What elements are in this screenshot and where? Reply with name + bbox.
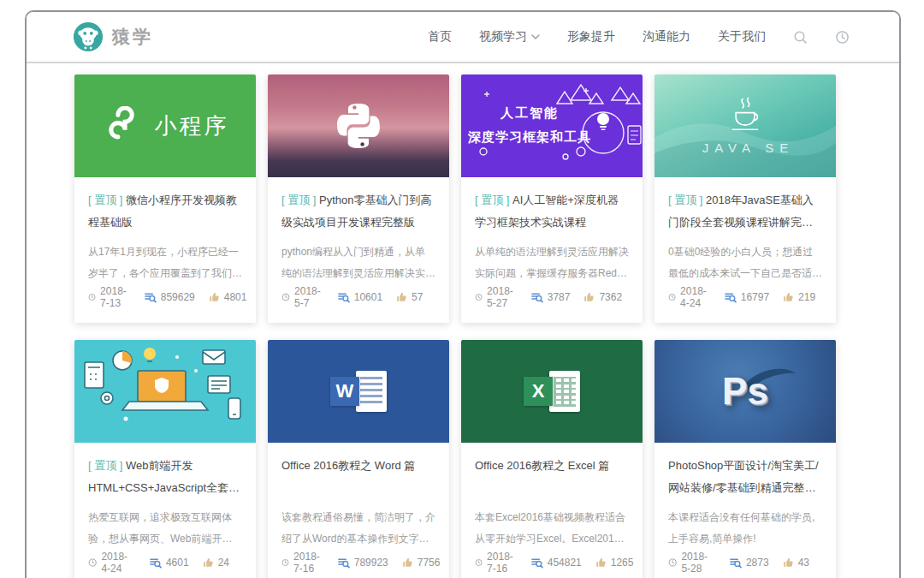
course-title[interactable]: Office 2016教程之 Excel 篇 [475,455,629,499]
views-icon [144,291,157,304]
pinned-tag: [ 置顶 ] [88,459,122,472]
course-title[interactable]: [ 置顶 ] AI人工智能+深度机器学习框架技术实战课程 [475,189,629,234]
search-icon[interactable] [793,30,808,45]
course-title[interactable]: [ 置顶 ] Web前端开发HTML+CSS+JavaScript全套视频精英课… [88,455,242,499]
ps-logo-icon: Ps [722,370,768,413]
clock-icon [88,557,97,569]
course-title[interactable]: [ 置顶 ] 微信小程序开发视频教程基础版 [88,189,242,234]
views-stat: 454821 [530,557,582,569]
clock-icon [88,291,96,303]
pinned-tag: [ 置顶 ] [88,194,122,206]
banner-text: JAVA SE [702,140,795,155]
course-card-ai[interactable]: 人工智能 深度学习框架和工具 [ 置顶 ] AI人工智能+深度机器学习框架技术实… [461,74,643,323]
banner-text: 小程序 [155,111,229,141]
course-card-photoshop[interactable]: Ps PhotoShop平面设计/淘宝美工/网站装修/零基础到精通完整版课程 本… [654,340,836,578]
course-card-javase[interactable]: JAVA SE [ 置顶 ] 2018年JavaSE基础入门阶段全套视频课程讲解… [654,74,836,323]
views-stat: 3787 [530,291,571,304]
date-stat: 2018-5-28 [668,551,716,575]
course-stats: 2018-5-7 10601 57 [281,285,435,309]
course-title[interactable]: PhotoShop平面设计/淘宝美工/网站装修/零基础到精通完整版课程 [668,455,822,499]
nav-item-communication[interactable]: 沟通能力 [643,29,690,45]
course-description: 0基础0经验的小白人员；想通过最低的成本来试一下自己是否适合做Java编程相关 [668,241,822,284]
clock-icon [475,291,483,303]
likes-icon [583,291,595,303]
course-description: 热爱互联网，追求极致互联网体验，想从事网页、Web前端开发的学员，课程融合 [88,507,242,550]
course-card-word[interactable]: W Office 2016教程之 Word 篇 该套教程通俗易懂，简洁明了，介绍… [268,340,449,578]
python-icon [332,99,385,152]
course-description: 本课程适合没有任何基础的学员,上手容易,简单操作! [668,507,822,550]
likes-stat: 219 [782,291,815,303]
history-icon[interactable] [835,30,850,45]
views-stat: 4601 [149,557,189,569]
likes-icon [401,557,413,569]
views-icon [724,291,737,304]
likes-stat: 1265 [595,557,634,569]
course-description: python编程从入门到精通，从单纯的语法理解到灵活应用解决实际问题! 适合0基… [281,241,435,284]
views-stat: 10601 [337,291,382,304]
course-title[interactable]: [ 置顶 ] Python零基础入门到高级实战项目开发课程完整版 [281,189,435,234]
course-thumbnail[interactable]: 人工智能 深度学习框架和工具 [461,74,643,177]
pinned-tag: [ 置顶 ] [281,194,316,206]
banner-text: 人工智能 深度学习框架和工具 [465,105,595,146]
views-icon [530,557,543,569]
views-stat: 2873 [729,557,769,569]
browser-frame: 猿学 首页 视频学习 形象提升 沟通能力 关于我们 [25,10,901,578]
likes-stat: 7756 [401,557,441,569]
date-stat: 2018-5-7 [281,285,324,309]
course-thumbnail[interactable]: 小程序 [74,74,256,177]
date-stat: 2018-7-16 [281,551,324,575]
course-card-miniprogram[interactable]: 小程序 [ 置顶 ] 微信小程序开发视频教程基础版 从17年1月到现在，小程序已… [74,74,256,323]
date-stat: 2018-4-24 [88,551,136,575]
views-stat: 789923 [337,557,388,569]
course-thumbnail[interactable]: X [461,340,643,443]
monkey-logo-icon [73,21,104,52]
course-thumbnail[interactable]: JAVA SE [654,74,836,177]
course-stats: 2018-5-27 3787 7362 [475,285,629,309]
course-thumbnail[interactable] [74,340,256,443]
course-description: 从17年1月到现在，小程序已经一岁半了，各个应用覆盖到了我们生活的方方面 [88,241,242,284]
brand-name: 猿学 [112,25,153,49]
course-grid: 小程序 [ 置顶 ] 微信小程序开发视频教程基础版 从17年1月到现在，小程序已… [27,63,899,578]
nav-item-about-us[interactable]: 关于我们 [718,29,766,45]
course-title[interactable]: Office 2016教程之 Word 篇 [281,455,435,499]
java-cup-icon [720,97,770,136]
course-thumbnail[interactable]: Ps [654,340,836,443]
likes-icon [782,291,794,303]
nav-item-video-learning[interactable]: 视频学习 [479,29,540,45]
course-thumbnail[interactable]: W [268,340,449,443]
likes-icon [395,291,407,303]
nav-item-image-improve[interactable]: 形象提升 [567,29,615,45]
course-stats: 2018-7-13 859629 4801 [88,285,242,309]
pinned-tag: [ 置顶 ] [475,194,509,206]
pinned-tag: [ 置顶 ] [668,194,702,206]
course-card-web-frontend[interactable]: [ 置顶 ] Web前端开发HTML+CSS+JavaScript全套视频精英课… [74,340,256,578]
likes-stat: 24 [202,557,229,569]
likes-stat: 7362 [583,291,622,303]
word-logo-icon: W [330,369,387,414]
course-card-python[interactable]: [ 置顶 ] Python零基础入门到高级实战项目开发课程完整版 python编… [268,74,449,323]
course-stats: 2018-7-16 454821 1265 [475,551,629,575]
clock-icon [281,291,290,303]
course-stats: 2018-4-24 4601 24 [88,551,242,575]
course-description: 本套Excel2016基础视频教程适合从零开始学习Excel。Excel2016… [475,507,629,550]
likes-stat: 57 [395,291,423,303]
course-description: 该套教程通俗易懂，简洁明了，介绍了从Word的基本操作到文字排版、图形操作、 [281,507,435,550]
date-stat: 2018-5-27 [475,285,518,309]
likes-stat: 43 [782,557,809,569]
views-stat: 16797 [724,291,769,304]
site-logo[interactable]: 猿学 [73,21,153,52]
course-thumbnail[interactable] [268,74,449,177]
miniprogram-icon [102,106,141,146]
site-header: 猿学 首页 视频学习 形象提升 沟通能力 关于我们 [27,12,899,63]
nav-item-home[interactable]: 首页 [428,29,452,45]
date-stat: 2018-7-13 [88,285,131,309]
excel-logo-icon: X [524,369,580,414]
clock-icon [668,557,677,569]
course-card-excel[interactable]: X Office 2016教程之 Excel 篇 本套Excel2016基础视频… [461,340,643,578]
date-stat: 2018-4-24 [668,285,711,309]
views-icon [729,557,742,569]
views-icon [337,291,350,304]
course-title[interactable]: [ 置顶 ] 2018年JavaSE基础入门阶段全套视频课程讲解完整版 [668,189,822,234]
date-stat: 2018-7-16 [475,551,518,575]
likes-icon [782,557,794,569]
